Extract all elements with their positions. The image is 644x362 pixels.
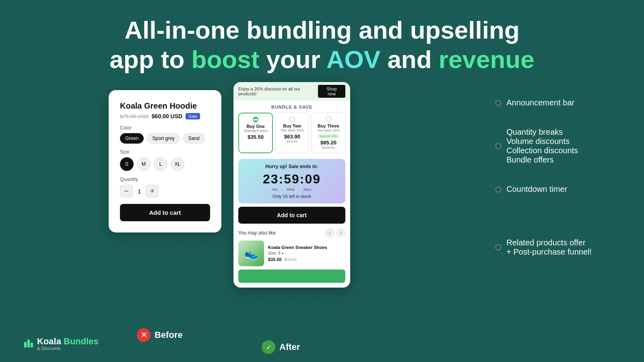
headline-line2: app to boost your AOV and revenue	[109, 45, 534, 73]
after-text: After	[279, 342, 300, 352]
main-content: Koala Green Hoodie $75.00 USD $60.00 USD…	[0, 82, 644, 86]
after-label: ✓ After	[262, 340, 300, 354]
quantity-row: − 1 +	[120, 185, 210, 197]
bundle-radio-1	[253, 117, 258, 122]
label-text-postpurchase: + Post-purchase funnel!	[506, 247, 592, 257]
related-product-name: Koala Green Sneaker Shoes	[268, 245, 345, 250]
related-prices: $35.50 $44.37	[268, 257, 345, 262]
bundle-section: BUNDLE & SAVE Buy One Standard price $35…	[233, 101, 350, 156]
before-card: Koala Green Hoodie $75.00 USD $60.00 USD…	[109, 90, 221, 232]
related-title: You may also like	[238, 230, 276, 236]
countdown-label: Hurry up! Sale ends in:	[242, 164, 341, 169]
label-dot-countdown	[495, 186, 502, 193]
countdown-timer: 23:59:09	[242, 172, 341, 187]
bundle-opt3-old: $106.50	[314, 146, 343, 150]
labels-panel: Announcement bar Quantity breaks Volume …	[495, 94, 592, 265]
quantity-label: Quantity	[120, 177, 210, 182]
rel-price: $35.50	[268, 257, 282, 262]
before-old-price: $75.00 USD	[120, 113, 149, 119]
related-info: Koala Green Sneaker Shoes Size: 9 ▾ $35.…	[268, 245, 345, 262]
color-sport-grey[interactable]: Sport grey	[147, 133, 180, 144]
product-thumbnail: 👟	[238, 241, 264, 266]
bundle-option-3[interactable]: Buy Three You save 20% Special offer $85…	[312, 113, 345, 153]
bundle-option-2[interactable]: Buy Two You save 10% $63.90 $71.00	[275, 113, 309, 153]
label-announcement: Announcement bar	[495, 98, 592, 107]
sale-badge: Sale	[186, 113, 200, 119]
countdown-mins: 59	[284, 172, 300, 186]
mins-label: Mins	[287, 187, 294, 191]
bar-1	[24, 342, 27, 348]
headline-line1: All-in-one bundling and upselling	[124, 16, 520, 44]
after-icon: ✓	[262, 340, 275, 354]
size-l[interactable]: L	[154, 157, 167, 171]
bundle-option-1[interactable]: Buy One Standard price $35.50	[238, 113, 273, 153]
color-options: Green Sport grey Sand	[120, 133, 210, 144]
size-s[interactable]: S	[120, 157, 134, 171]
shoe-icon: 👟	[244, 247, 258, 260]
arrow-next-button[interactable]: ›	[336, 228, 345, 237]
size-options: S M L XL	[120, 157, 210, 171]
logo: Koala Bundles & Discounts	[24, 336, 99, 351]
label-text-collection: Collection discounts	[506, 146, 578, 155]
arrow-prev-button[interactable]: ‹	[325, 228, 334, 237]
bundle-options: Buy One Standard price $35.50 Buy Two Yo…	[238, 113, 345, 153]
size-xl[interactable]: XL	[171, 157, 184, 171]
before-add-to-cart-button[interactable]: Add to cart	[120, 204, 210, 221]
bundle-title: BUNDLE & SAVE	[238, 105, 345, 109]
size-label: Size	[120, 149, 210, 155]
color-label: Color	[120, 125, 210, 131]
label-text-quantity: Quantity breaks	[506, 128, 578, 137]
related-section: You may also like ‹ › 👟 Koala Green Snea…	[233, 227, 350, 288]
bundle-radio-3	[326, 116, 331, 122]
label-quantity: Quantity breaks Volume discounts Collect…	[495, 128, 592, 165]
before-price-row: $75.00 USD $60.00 USD Sale	[120, 113, 210, 119]
headline: All-in-one bundling and upselling app to…	[40, 15, 604, 74]
countdown-sublabels: Hrs Mins Secs	[242, 187, 341, 191]
bar-3	[31, 343, 33, 348]
bundle-opt3-title: Buy Three	[314, 123, 343, 128]
label-dot-announcement	[495, 100, 502, 106]
color-sand[interactable]: Sand	[183, 133, 205, 144]
bundle-opt2-price: $63.90	[278, 134, 306, 140]
rel-old-price: $44.37	[285, 257, 297, 262]
qty-plus-button[interactable]: +	[146, 185, 159, 197]
announcement-msg: Enjoy a 20% discount on all our products…	[238, 86, 318, 96]
secs-label: Secs	[303, 187, 312, 191]
label-text-related: Related products offer	[506, 238, 592, 247]
label-dot-related	[495, 244, 502, 251]
after-card: Enjoy a 20% discount on all our products…	[233, 82, 350, 288]
bundle-opt1-title: Buy One	[242, 124, 270, 129]
bundle-opt2-title: Buy Two	[278, 123, 306, 128]
size-m[interactable]: M	[137, 157, 151, 171]
related-add-button[interactable]	[238, 269, 345, 283]
bundle-opt2-old: $71.00	[278, 140, 306, 144]
countdown-hours: 23	[263, 172, 279, 186]
hrs-label: Hrs	[272, 187, 278, 191]
bundle-opt3-price: $85.20	[314, 140, 343, 146]
bundle-opt1-price: $35.50	[242, 134, 270, 140]
before-new-price: $60.00 USD	[152, 113, 182, 119]
after-add-to-cart-button[interactable]: Add to cart	[238, 207, 345, 224]
label-text-bundle: Bundle offers	[506, 155, 578, 165]
special-badge: Special offer	[318, 134, 339, 139]
related-product-size: Size: 9 ▾	[268, 251, 345, 255]
label-text-volume: Volume discounts	[506, 137, 578, 146]
bundle-opt2-sub: You save 10%	[278, 128, 306, 132]
shop-now-button[interactable]: Shop now	[318, 85, 345, 98]
related-arrows: ‹ ›	[325, 228, 345, 237]
related-product: 👟 Koala Green Sneaker Shoes Size: 9 ▾ $3…	[238, 241, 345, 266]
countdown-stock: Only 16 left in stock	[242, 194, 341, 199]
countdown-section: Hurry up! Sale ends in: 23:59:09 Hrs Min…	[238, 159, 345, 204]
bundle-radio-2	[289, 116, 295, 122]
label-group-discounts: Quantity breaks Volume discounts Collect…	[506, 128, 578, 165]
header: All-in-one bundling and upselling app to…	[0, 0, 644, 82]
qty-minus-button[interactable]: −	[120, 185, 133, 197]
label-related: Related products offer + Post-purchase f…	[495, 238, 592, 257]
label-text-countdown: Countdown timer	[506, 185, 567, 194]
related-header: You may also like ‹ ›	[238, 228, 345, 237]
color-green[interactable]: Green	[120, 133, 144, 144]
bundle-opt3-sub: You save 20%	[314, 128, 343, 132]
before-label: ✕ Before	[137, 328, 183, 342]
announcement-bar: Enjoy a 20% discount on all our products…	[233, 82, 350, 101]
chevron-down-icon[interactable]: ▾	[282, 251, 284, 255]
